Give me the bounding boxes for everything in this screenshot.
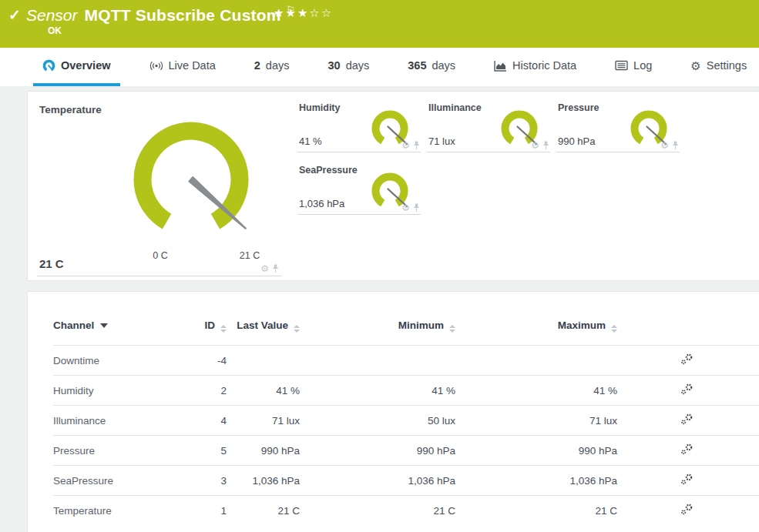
channel-settings-gears-icon[interactable] <box>680 503 694 516</box>
channel-minimum: 50 lux <box>300 406 455 436</box>
ok-check-icon: ✓ <box>8 6 21 24</box>
humidity-gauge-panel: Humidity 41 % ⚙ <box>297 99 421 152</box>
gauge-value: 990 hPa <box>558 136 595 147</box>
channel-maximum <box>455 346 617 376</box>
tab-label: Settings <box>707 59 747 72</box>
channel-last-value: 990 hPa <box>227 436 300 466</box>
channel-settings-gears-icon[interactable] <box>680 413 694 426</box>
channels-panel: Channel ID Last Value Minimum Maximum Do… <box>27 291 759 532</box>
channel-maximum: 71 lux <box>455 406 617 436</box>
gauge-scale-max: 21 C <box>232 250 267 261</box>
channel-id: 5 <box>176 436 227 466</box>
channel-maximum: 1,036 hPa <box>455 466 617 496</box>
column-header-channel[interactable]: Channel <box>53 318 176 346</box>
channel-id: 3 <box>176 466 227 496</box>
tab-label: Overview <box>61 59 111 72</box>
channel-settings-gears-icon[interactable] <box>680 473 694 486</box>
mini-gauges-grid: Humidity 41 % ⚙ Illuminance 71 lux ⚙ <box>297 99 690 224</box>
tab-30-days[interactable]: 30 days <box>318 48 378 86</box>
channel-id: 1 <box>176 496 227 526</box>
gauge-title: SeaPressure <box>299 165 358 176</box>
illuminance-gauge-panel: Illuminance 71 lux ⚙ <box>427 99 550 152</box>
tab-365-days[interactable]: 365 days <box>398 48 465 86</box>
status-badge: OK <box>48 25 62 36</box>
tab-number: 2 <box>254 59 260 72</box>
sensor-header: ✓ SensorMQTT Subscribe Custom⚐ ★★★☆☆ OK <box>0 0 759 48</box>
channel-last-value: 1,036 hPa <box>227 466 300 496</box>
pin-icon[interactable] <box>672 141 679 150</box>
channel-last-value: 41 % <box>227 376 300 406</box>
channel-name: Pressure <box>53 436 176 466</box>
column-label: Maximum <box>558 320 606 331</box>
channel-last-value: 71 lux <box>227 406 300 436</box>
channel-maximum: 41 % <box>455 376 617 406</box>
column-header-maximum[interactable]: Maximum <box>455 318 617 346</box>
channel-minimum <box>300 346 455 376</box>
tab-label: Historic Data <box>512 59 576 72</box>
tab-live-data[interactable]: Live Data <box>140 48 225 86</box>
tab-overview[interactable]: Overview <box>33 48 120 86</box>
sort-icon <box>294 325 300 333</box>
channel-name: Humidity <box>53 376 176 406</box>
pin-icon[interactable] <box>413 203 420 212</box>
channel-maximum: 990 hPa <box>455 436 617 466</box>
column-label: Channel <box>53 320 94 331</box>
stars-empty: ☆☆ <box>309 6 333 19</box>
sensor-title: MQTT Subscribe Custom <box>85 6 281 24</box>
column-header-minimum[interactable]: Minimum <box>300 318 455 346</box>
table-row-downtime: Downtime -4 <box>53 346 759 376</box>
priority-stars[interactable]: ★★★☆☆ <box>274 6 333 20</box>
tab-2-days[interactable]: 2 days <box>245 48 299 86</box>
gauge-settings-gear-icon[interactable]: ⚙ <box>660 141 669 150</box>
column-header-last-value[interactable]: Last Value <box>227 318 300 346</box>
table-row-humidity: Humidity 2 41 % 41 % 41 % <box>53 376 759 406</box>
gauge-settings-gear-icon[interactable]: ⚙ <box>260 264 269 273</box>
gauge-value: 41 % <box>299 136 322 147</box>
pin-icon[interactable] <box>413 141 420 150</box>
gear-icon: ⚙ <box>690 60 700 72</box>
tab-bar: Overview Live Data 2 days 30 days 365 da… <box>0 48 759 86</box>
pin-icon[interactable] <box>542 141 549 150</box>
channel-minimum: 1,036 hPa <box>300 466 455 496</box>
channel-id: -4 <box>176 346 227 376</box>
temperature-gauge-panel: Temperature 0 C 21 C 21 C ⚙ <box>37 99 282 276</box>
channel-id: 2 <box>176 376 227 406</box>
table-row-pressure: Pressure 5 990 hPa 990 hPa 990 hPa <box>53 436 759 466</box>
table-header-row: Channel ID Last Value Minimum Maximum <box>53 318 759 346</box>
tab-label: days <box>346 59 370 72</box>
gauges-panel: Temperature 0 C 21 C 21 C ⚙ Humidity 41 … <box>27 91 759 281</box>
channel-name: Temperature <box>53 496 176 526</box>
stars-filled: ★★★ <box>274 6 309 19</box>
sensor-title-line: SensorMQTT Subscribe Custom⚐ <box>26 4 295 25</box>
pressure-gauge-panel: Pressure 990 hPa ⚙ <box>556 99 680 152</box>
sort-desc-icon <box>100 323 108 328</box>
gauge-settings-gear-icon[interactable]: ⚙ <box>401 141 410 150</box>
gauge-settings-gear-icon[interactable]: ⚙ <box>531 141 539 150</box>
channel-last-value: 21 C <box>227 496 300 526</box>
tab-settings[interactable]: ⚙ Settings <box>681 48 756 86</box>
tab-label: days <box>266 59 290 72</box>
channel-minimum: 21 C <box>300 496 455 526</box>
pin-icon[interactable] <box>272 264 279 273</box>
seapressure-gauge-panel: SeaPressure 1,036 hPa ⚙ <box>297 162 421 215</box>
channel-settings-gears-icon[interactable] <box>680 383 694 396</box>
tab-log[interactable]: Log <box>606 48 661 86</box>
tab-historic-data[interactable]: Historic Data <box>485 48 586 86</box>
channel-settings-gears-icon[interactable] <box>680 353 694 366</box>
tab-label: Live Data <box>169 59 216 72</box>
broadcast-icon <box>149 60 163 72</box>
column-label: Minimum <box>398 320 444 331</box>
table-row-illuminance: Illuminance 4 71 lux 50 lux 71 lux <box>53 406 759 436</box>
tab-number: 30 <box>327 59 340 72</box>
column-header-actions <box>617 318 759 346</box>
gauge-value: 21 C <box>39 257 64 270</box>
temperature-gauge <box>126 114 257 245</box>
sort-icon <box>611 325 617 333</box>
gauge-value: 1,036 hPa <box>299 198 344 209</box>
gauge-title: Illuminance <box>428 102 482 113</box>
channel-settings-gears-icon[interactable] <box>680 443 694 456</box>
gauge-settings-gear-icon[interactable]: ⚙ <box>401 203 410 212</box>
channel-maximum: 21 C <box>455 496 617 526</box>
column-header-id[interactable]: ID <box>176 318 227 346</box>
gauge-title: Temperature <box>39 104 102 115</box>
